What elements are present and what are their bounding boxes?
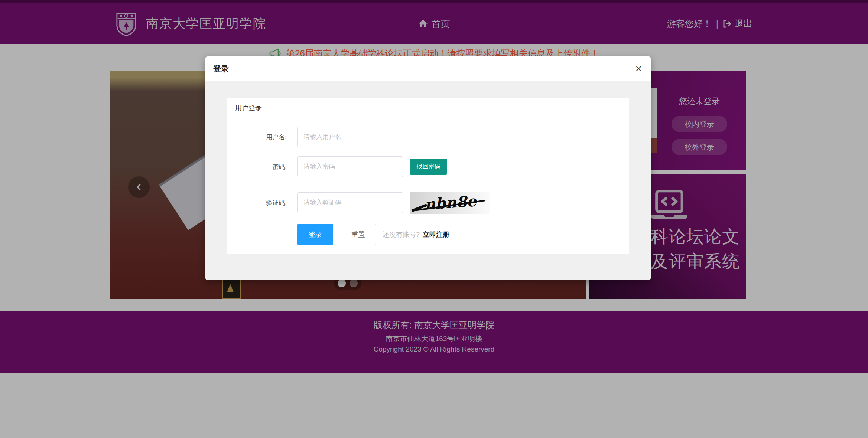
no-account-text: 还没有账号?: [383, 230, 420, 239]
actions-row: 登录 重置 还没有账号? 立即注册: [227, 224, 629, 245]
password-input[interactable]: [297, 156, 403, 177]
username-input[interactable]: [297, 127, 620, 147]
captcha-image[interactable]: nbn8e: [410, 192, 490, 214]
login-card: 用户登录 用户名: 密码: 找回密码 验证码:: [227, 98, 629, 254]
username-label: 用户名:: [227, 133, 297, 141]
username-row: 用户名:: [227, 127, 629, 147]
password-label: 密码:: [227, 163, 297, 171]
register-link[interactable]: 立即注册: [423, 230, 449, 239]
captcha-label: 验证码:: [227, 199, 297, 207]
close-icon[interactable]: ×: [635, 63, 642, 74]
login-modal: 登录 × 用户登录 用户名: 密码: 找回密码 验证码:: [205, 56, 651, 280]
modal-title: 登录: [213, 63, 229, 74]
reset-button[interactable]: 重置: [341, 224, 376, 245]
modal-header: 登录 ×: [205, 56, 651, 81]
captcha-input[interactable]: [297, 192, 403, 213]
captcha-row: 验证码: nbn8e: [227, 192, 629, 214]
recover-password-button[interactable]: 找回密码: [410, 159, 447, 175]
modal-body: 用户登录 用户名: 密码: 找回密码 验证码:: [205, 81, 651, 254]
login-card-title: 用户登录: [227, 98, 629, 118]
login-button[interactable]: 登录: [297, 224, 333, 245]
password-row: 密码: 找回密码: [227, 156, 629, 177]
